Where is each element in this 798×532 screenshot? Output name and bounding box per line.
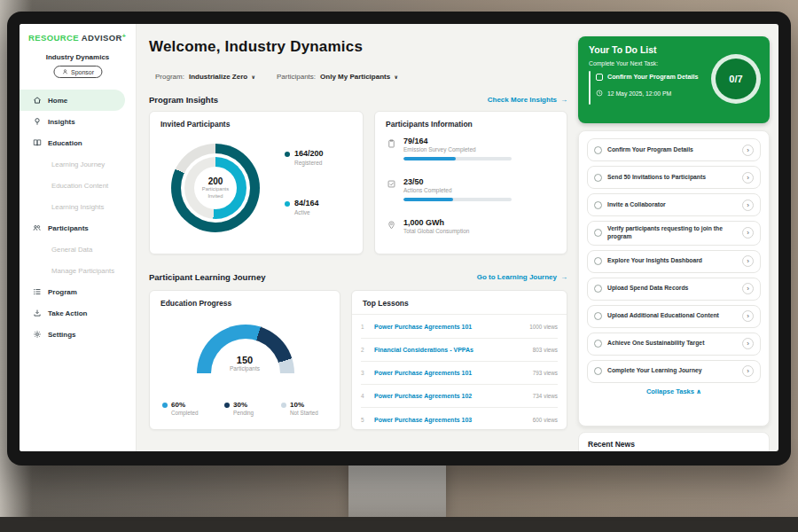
task-row-verify-participants[interactable]: Verify participants requesting to join t… [587,221,761,246]
download-icon [32,309,42,317]
legend-value: 164/200 [294,149,324,158]
sidebar-item-education[interactable]: Education [20,132,136,153]
info-label: Total Global Consumption [403,228,469,234]
task-label: Send 50 Invitations to Participants [607,174,737,182]
chevron-right-icon[interactable]: › [742,365,754,377]
todo-progress-ring: 0/7 [711,54,761,104]
lesson-title-link[interactable]: Power Purchase Agreements 101 [374,324,522,330]
sidebar-item-program[interactable]: Program [20,281,136,302]
task-checkbox[interactable] [594,367,602,375]
go-to-learning-journey-link[interactable]: Go to Learning Journey → [477,273,567,281]
participants-select-value: Only My Participants [320,73,390,81]
chevron-right-icon[interactable]: › [742,172,754,184]
todo-subtitle: Complete Your Next Task: [589,60,658,66]
filters-bar: Program: Industrialize Zero ∨ Participan… [155,73,398,81]
program-select[interactable]: Industrialize Zero ∨ [189,73,255,81]
task-checkbox[interactable] [594,229,602,237]
legend-dot-pending [224,403,230,408]
lesson-row: 1 Power Purchase Agreements 101 1000view… [361,316,558,339]
sidebar-item-manage-participants[interactable]: Manage Participants [20,260,136,281]
task-row-invite-collaborator[interactable]: Invite a Collaborator › [587,193,761,216]
sidebar-item-label: Program [48,288,77,296]
task-label: Upload Additional Educational Content [607,312,737,320]
lesson-title-link[interactable]: Power Purchase Agreements 101 [374,370,526,376]
sidebar-item-label: Learning Insights [51,203,104,211]
chevron-up-icon: ∧ [696,387,701,395]
legend-dot-not-started [281,403,286,408]
task-checkbox[interactable] [594,312,602,320]
lesson-title-link[interactable]: Power Purchase Agreements 103 [374,417,526,423]
sidebar-item-learning-journey[interactable]: Learning Journey [20,153,136,175]
chevron-right-icon[interactable]: › [742,255,754,267]
chevron-right-icon[interactable]: › [742,310,754,322]
list-icon [32,287,42,296]
lesson-views: 1000 [529,324,542,330]
sidebar-item-participants[interactable]: Participants [20,217,136,239]
lesson-views: 803 [533,347,543,353]
task-row-upload-educational-content[interactable]: Upload Additional Educational Content › [587,305,761,328]
next-task-row[interactable]: Confirm Your Program Details [596,73,698,81]
next-task-checkbox[interactable] [596,74,603,81]
sidebar: RESOURCE ADVISOR+ Industry Dynamics Spon… [20,24,137,451]
education-card-title: Education Progress [160,299,231,308]
sidebar-item-home[interactable]: Home [20,90,125,111]
sidebar-item-education-content[interactable]: Education Content [20,175,136,196]
invited-participants-card: Invited Participants 200 Participants In… [149,111,364,254]
task-row-complete-learning-journey[interactable]: Complete Your Learning Journey › [587,360,761,383]
checklist-icon [386,177,396,201]
task-checkbox[interactable] [594,340,602,348]
lesson-rank: 3 [361,370,369,376]
task-checkbox[interactable] [594,146,602,154]
sidebar-item-take-action[interactable]: Take Action [20,302,136,324]
todo-summary-card: Your To Do List Complete Your Next Task:… [578,36,770,123]
bulb-icon [32,117,42,126]
chevron-right-icon[interactable]: › [742,338,754,349]
lesson-title-link[interactable]: Power Purchase Agreements 102 [374,393,526,399]
gauge-center-label: Participants [150,365,340,372]
chevron-right-icon[interactable]: › [742,227,754,239]
task-checkbox[interactable] [594,285,602,293]
desk-surface [0,517,798,532]
chevron-right-icon[interactable]: › [742,283,754,294]
sidebar-item-label: General Data [51,246,92,254]
sidebar-item-label: Learning Journey [51,160,105,168]
todo-progress-value: 0/7 [716,59,756,99]
sidebar-item-learning-insights[interactable]: Learning Insights [20,196,136,217]
gauge-center: 150 Participants [150,355,340,372]
lesson-views: 600 [533,417,543,423]
task-checkbox[interactable] [594,257,602,265]
participants-select[interactable]: Only My Participants ∨ [320,73,398,81]
check-more-insights-link[interactable]: Check More Insights → [488,96,567,104]
info-row-actions: 23/50 Actions Completed [386,177,512,201]
chevron-right-icon[interactable]: › [742,200,754,211]
org-name: Industry Dynamics [20,53,136,61]
monitor-stand [348,463,446,520]
recent-news-title: Recent News [588,440,760,449]
legend-value: 60% [171,401,185,409]
task-checkbox[interactable] [594,201,602,209]
survey-icon [386,137,396,160]
task-row-achieve-target[interactable]: Achieve One Sustainability Target › [587,332,761,356]
task-row-send-invitations[interactable]: Send 50 Invitations to Participants › [587,166,761,189]
lesson-title-link[interactable]: Financial Considerations - VPPAs [374,347,526,353]
legend-value: 10% [290,401,304,409]
legend-active: 84/164 Active [285,199,319,215]
task-row-upload-spend-data[interactable]: Upload Spend Data Records › [587,278,761,301]
collapse-tasks-link[interactable]: Collapse Tasks ∧ [587,387,761,395]
legend-not-started: 10% Not Started [281,401,318,416]
task-row-explore-insights[interactable]: Explore Your Insights Dashboard › [587,250,761,273]
task-label: Complete Your Learning Journey [607,367,737,375]
donut-center-label: Participants Invited [197,186,234,199]
lesson-views-label: views [544,324,558,330]
sidebar-item-label: Settings [48,331,76,339]
invited-donut-chart: 200 Participants Invited [171,144,260,232]
participants-information-card: Participants Information 79/164 Emission… [374,111,567,254]
task-row-confirm-program[interactable]: Confirm Your Program Details › [587,138,761,161]
todo-title: Your To Do List [589,44,657,55]
sidebar-item-insights[interactable]: Insights [20,111,136,132]
sidebar-item-settings[interactable]: Settings [20,324,136,345]
progress-fill [403,157,456,160]
chevron-right-icon[interactable]: › [742,145,754,156]
sidebar-item-general-data[interactable]: General Data [20,239,136,260]
task-checkbox[interactable] [594,174,602,182]
